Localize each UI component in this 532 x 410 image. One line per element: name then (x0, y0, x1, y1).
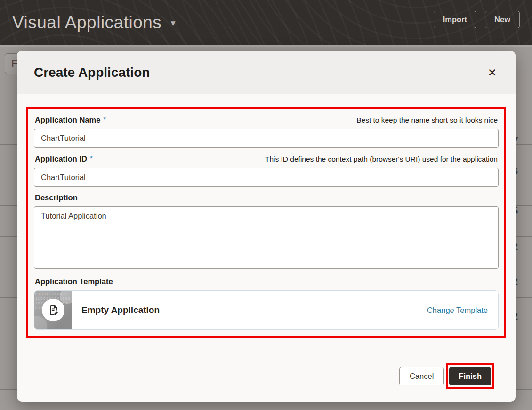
application-name-label-row: Application Name* Best to keep the name … (35, 115, 498, 124)
form-highlight-box: Application Name* Best to keep the name … (26, 107, 506, 338)
dialog-header: Create Application ✕ (17, 51, 516, 94)
close-icon[interactable]: ✕ (486, 66, 499, 80)
template-thumbnail: 0100110100101100100101100101001101001011… (34, 291, 72, 329)
description-textarea[interactable]: Tutorial Application (34, 206, 499, 269)
required-marker: * (90, 154, 93, 162)
background-text-fragment: 2 (516, 311, 518, 322)
import-button[interactable]: Import (434, 11, 476, 28)
application-name-hint: Best to keep the name short so it looks … (356, 116, 498, 124)
header-actions: Import New (434, 11, 520, 28)
background-text-fragment: y (516, 134, 518, 145)
background-text-fragment: 2 (516, 241, 518, 252)
background-text-fragment: 2 (516, 276, 518, 287)
finish-highlight-box: Finish (446, 363, 494, 389)
template-card: 0100110100101100100101100101001101001011… (34, 290, 499, 330)
new-button[interactable]: New (485, 11, 520, 28)
dialog-body: Application Name* Best to keep the name … (17, 94, 516, 389)
application-name-input[interactable] (34, 129, 499, 148)
application-id-label: Application ID* (35, 154, 93, 164)
page-title: Visual Applications (12, 13, 161, 33)
application-id-hint: This ID defines the context path (browse… (265, 155, 498, 164)
application-id-label-row: Application ID* This ID defines the cont… (35, 154, 498, 164)
dialog-title: Create Application (34, 65, 150, 80)
finish-button[interactable]: Finish (449, 367, 491, 385)
template-label-row: Application Template (35, 277, 498, 286)
dimmed-toolbar-strip (0, 45, 532, 47)
dialog-footer: Cancel Finish (26, 347, 506, 389)
app-switcher[interactable]: Visual Applications ▼ (12, 13, 177, 33)
background-text-fragment: 5 (516, 205, 518, 216)
template-name: Empty Application (81, 305, 160, 315)
description-label: Description (35, 193, 78, 202)
chevron-down-icon[interactable]: ▼ (169, 17, 177, 28)
create-application-dialog: Create Application ✕ Application Name* B… (17, 51, 516, 402)
required-marker: * (103, 115, 106, 123)
cancel-button[interactable]: Cancel (399, 367, 444, 385)
application-id-input[interactable] (34, 168, 499, 187)
application-name-label: Application Name* (35, 115, 106, 124)
document-edit-icon (42, 299, 64, 321)
application-template-label: Application Template (35, 277, 113, 286)
dimmed-table-text-column: i y 6 5 2 2 2 , (516, 0, 532, 410)
background-text-fragment: 6 (516, 166, 518, 177)
app-header: Visual Applications ▼ Import New (0, 0, 532, 45)
change-template-link[interactable]: Change Template (427, 306, 488, 315)
description-label-row: Description (35, 193, 498, 202)
